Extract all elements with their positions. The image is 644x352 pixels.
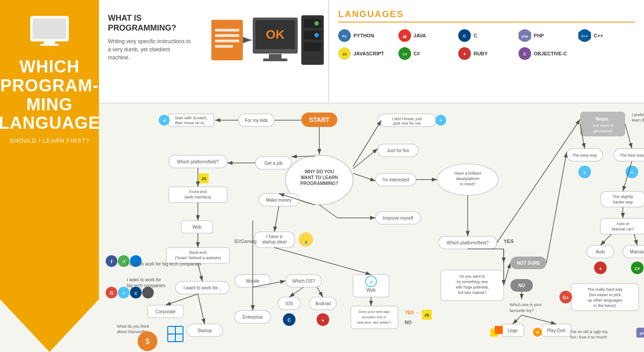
svg-text:JS: JS <box>342 52 347 56</box>
lang-java: ☕ JAVA <box>398 29 455 42</box>
svg-text:Mobile: Mobile <box>246 279 259 284</box>
svg-text:Enterprise: Enterprise <box>242 315 263 320</box>
svg-text:+: + <box>439 118 442 123</box>
svg-line-266 <box>497 119 580 243</box>
svg-line-263 <box>634 234 637 245</box>
svg-rect-41 <box>301 113 337 127</box>
svg-rect-58 <box>378 114 436 126</box>
svg-text:(web interface): (web interface) <box>184 195 211 199</box>
svg-text:+: + <box>631 170 633 175</box>
svg-rect-110 <box>167 326 183 342</box>
svg-text:☕: ☕ <box>402 34 407 38</box>
svg-text:Which platform/field?: Which platform/field? <box>447 240 489 245</box>
svg-text:Corporate: Corporate <box>156 309 176 314</box>
what-is-programming: WHAT ISPROGRAMMING? Writing very specifi… <box>99 0 202 103</box>
svg-text:Have a brilliant: Have a brilliant <box>454 171 481 176</box>
svg-text:↺: ↺ <box>163 119 166 123</box>
svg-text:C: C <box>523 52 527 56</box>
svg-line-78 <box>353 173 376 181</box>
svg-text:f: f <box>111 259 112 264</box>
svg-text:⊕: ⊕ <box>369 280 373 284</box>
svg-text:Auto: Auto <box>596 249 605 254</box>
svg-text:Startup: Startup <box>197 328 212 333</box>
svg-rect-2 <box>44 41 55 44</box>
svg-text:The best way: The best way <box>620 153 644 158</box>
svg-text:The easy way: The easy way <box>572 153 597 158</box>
svg-text:favourite toy?: favourite toy? <box>510 308 534 313</box>
svg-rect-91 <box>169 155 227 168</box>
svg-point-227 <box>142 287 154 298</box>
svg-text:The slightly: The slightly <box>613 194 633 199</box>
svg-rect-108 <box>187 324 223 337</box>
svg-rect-184 <box>614 149 644 161</box>
svg-text:harder way: harder way <box>613 200 633 204</box>
svg-rect-69 <box>259 194 299 206</box>
lang-js: JS JAVASCRIPT <box>338 47 395 60</box>
svg-text:JS: JS <box>424 313 429 317</box>
svg-rect-170 <box>542 324 571 337</box>
svg-rect-173 <box>495 326 503 334</box>
wip-title: WHAT ISPROGRAMMING? <box>108 14 193 33</box>
svg-rect-131 <box>286 275 322 287</box>
svg-line-80 <box>353 120 381 167</box>
svg-line-250 <box>253 281 286 287</box>
svg-point-188 <box>626 166 638 178</box>
svg-text:Lego: Lego <box>508 328 518 333</box>
svg-text:Py: Py <box>342 34 347 38</box>
svg-rect-211 <box>569 326 641 342</box>
svg-text:+: + <box>122 291 125 296</box>
svg-rect-12 <box>269 54 282 59</box>
svg-line-79 <box>353 149 378 169</box>
svg-text:YES: YES <box>504 239 514 244</box>
php-icon: php <box>519 29 531 42</box>
svg-text:up other languages: up other languages <box>587 298 622 302</box>
svg-text:idea/platform: idea/platform <box>456 176 479 181</box>
svg-text:I have a: I have a <box>266 234 282 239</box>
svg-rect-196 <box>587 245 614 258</box>
svg-text:3D/Gaming: 3D/Gaming <box>234 239 257 244</box>
svg-text:real-time, like twitter?: real-time, like twitter? <box>357 320 391 325</box>
svg-line-270 <box>522 315 556 324</box>
svg-point-16 <box>314 21 319 26</box>
svg-rect-153 <box>422 310 432 320</box>
svg-text:Auto or: Auto or <box>616 221 629 226</box>
svg-rect-97 <box>199 173 209 183</box>
svg-line-81 <box>319 205 337 218</box>
svg-text:♦: ♦ <box>599 266 601 271</box>
svg-point-209 <box>559 291 572 303</box>
svg-text:💡: 💡 <box>302 236 310 244</box>
svg-point-228 <box>138 331 157 351</box>
java-icon: ☕ <box>398 29 411 42</box>
python-label: PYTHON <box>353 33 374 38</box>
svg-rect-182 <box>567 149 603 161</box>
svg-text:Get a job: Get a job <box>264 161 283 166</box>
svg-text:Improve myself: Improve myself <box>383 216 413 221</box>
svg-text:NO: NO <box>519 283 525 288</box>
svg-text:The really hard way: The really hard way <box>587 287 623 292</box>
svg-text:G: G <box>110 291 113 296</box>
svg-point-74 <box>299 232 313 247</box>
svg-text:I prefer to: I prefer to <box>632 113 644 117</box>
svg-rect-13 <box>263 59 287 61</box>
svg-rect-190 <box>600 191 644 207</box>
svg-text:NO: NO <box>405 320 411 325</box>
svg-point-139 <box>317 313 329 326</box>
svg-rect-144 <box>353 275 389 297</box>
svg-text:C++: C++ <box>581 34 588 38</box>
svg-text:startup idea!: startup idea! <box>262 239 286 244</box>
programming-graphic: OK <box>202 6 328 96</box>
svg-text:in the future): in the future) <box>594 303 617 308</box>
svg-line-258 <box>580 124 585 149</box>
svg-rect-112 <box>176 327 183 334</box>
svg-rect-106 <box>148 305 183 318</box>
svg-text:WANT TO LEARN: WANT TO LEARN <box>300 175 338 180</box>
svg-rect-1 <box>33 18 67 39</box>
svg-text:("brain" behind a website): ("brain" behind a website) <box>175 256 221 260</box>
svg-rect-111 <box>168 327 175 334</box>
svg-text:For my kids: For my kids <box>245 118 268 123</box>
svg-point-223 <box>118 287 130 298</box>
php-label: PHP <box>534 33 544 38</box>
svg-text:Just want to: Just want to <box>592 123 613 128</box>
lang-ruby: ♦ RUBY <box>458 47 515 60</box>
svg-text:OK: OK <box>266 27 285 41</box>
